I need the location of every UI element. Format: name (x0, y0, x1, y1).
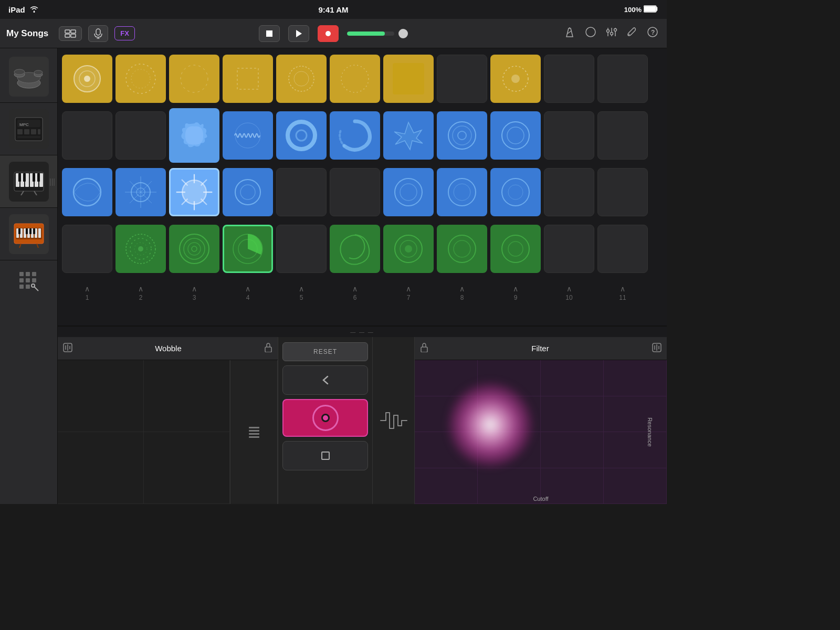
wobble-side-icon[interactable] (63, 343, 72, 354)
filter-side-icon[interactable] (652, 343, 662, 354)
clip-bm-5[interactable] (276, 111, 327, 160)
volume-fill (347, 32, 385, 36)
col-6[interactable]: ∧ 6 (330, 285, 380, 301)
col-1[interactable]: ∧ 1 (62, 285, 112, 301)
clip-sy-1[interactable] (62, 225, 112, 273)
clip-drums-7[interactable] (383, 55, 434, 103)
clip-kb-8[interactable] (437, 168, 487, 216)
instrument-beatmaker[interactable]: MPC (0, 103, 57, 155)
instrument-pattern[interactable] (0, 260, 57, 302)
col-9-arrow: ∧ (513, 285, 518, 293)
nav-left: My Songs FX (6, 25, 135, 42)
svg-point-93 (453, 126, 471, 145)
metronome-icon[interactable] (562, 24, 578, 43)
volume-knob[interactable] (398, 29, 408, 38)
clip-sy-8[interactable] (437, 225, 487, 273)
clip-kb-7[interactable] (383, 168, 434, 216)
clip-bm-2[interactable] (116, 111, 166, 160)
wobble-lock-icon[interactable] (264, 343, 272, 354)
clip-bm-3[interactable] (169, 108, 219, 163)
help-icon[interactable]: ? (645, 24, 660, 43)
col-5[interactable]: ∧ 5 (276, 285, 327, 301)
clip-drums-6[interactable] (330, 55, 380, 103)
filter-lock-icon[interactable] (420, 343, 428, 354)
wobble-q3[interactable] (58, 432, 144, 504)
fx-button[interactable]: FX (114, 26, 135, 40)
wobble-pad-area[interactable] (58, 360, 230, 504)
clip-kb-9[interactable] (490, 168, 541, 216)
play-button[interactable] (288, 25, 309, 42)
wobble-q2[interactable] (144, 360, 230, 432)
clip-sy-5[interactable] (276, 225, 327, 273)
clip-bm-11[interactable] (597, 111, 648, 160)
col-7[interactable]: ∧ 7 (383, 285, 434, 301)
volume-bar[interactable] (347, 32, 394, 36)
reset-button[interactable]: RESET (282, 342, 368, 361)
col-10[interactable]: ∧ 10 (544, 285, 594, 301)
clip-kb-1[interactable] (62, 168, 112, 216)
clip-drums-11[interactable] (597, 55, 648, 103)
svg-rect-72 (32, 278, 36, 282)
clip-sy-7[interactable] (383, 225, 434, 273)
clip-bm-6[interactable] (330, 111, 380, 160)
clip-bm-9[interactable] (490, 111, 541, 160)
clip-sy-6[interactable] (330, 225, 380, 273)
arp-icon[interactable] (249, 427, 259, 438)
clip-kb-3[interactable] (169, 168, 219, 216)
clip-bm-7[interactable] (383, 111, 434, 160)
drag-handle[interactable]: ||| (49, 177, 55, 186)
clip-bm-1[interactable] (62, 111, 112, 160)
svg-rect-5 (65, 34, 70, 37)
my-songs-label[interactable]: My Songs (6, 28, 48, 39)
stop-button[interactable] (259, 25, 280, 42)
clip-drums-9[interactable] (490, 55, 541, 103)
clip-drums-10[interactable] (544, 55, 594, 103)
wrench-icon[interactable] (625, 25, 639, 42)
instrument-keyboard[interactable]: ||| (0, 155, 57, 208)
clip-kb-11[interactable] (597, 168, 648, 216)
svg-point-79 (126, 64, 155, 93)
clip-kb-4[interactable] (223, 168, 273, 216)
clip-kb-5[interactable] (276, 168, 327, 216)
col-8[interactable]: ∧ 8 (437, 285, 487, 301)
col-11[interactable]: ∧ 11 (597, 285, 648, 301)
chat-icon[interactable] (583, 24, 598, 43)
col-4[interactable]: ∧ 4 (223, 285, 273, 301)
col-2[interactable]: ∧ 2 (116, 285, 166, 301)
clip-sy-2[interactable] (116, 225, 166, 273)
clip-bm-10[interactable] (544, 111, 594, 160)
instrument-synth[interactable] (0, 208, 57, 260)
clip-kb-6[interactable] (330, 168, 380, 216)
filter-pad[interactable]: Cutoff Resonance (415, 360, 667, 504)
wobble-q1[interactable] (58, 360, 144, 432)
clip-drums-2[interactable] (116, 55, 166, 103)
svg-rect-144 (421, 347, 427, 352)
record-button[interactable] (318, 25, 339, 42)
turntable-button[interactable] (282, 399, 368, 437)
col-3[interactable]: ∧ 3 (169, 285, 219, 301)
clip-sy-11[interactable] (597, 225, 648, 273)
back-button[interactable] (282, 365, 368, 395)
clip-sy-3[interactable] (169, 225, 219, 273)
stop-square-button[interactable] (282, 441, 368, 470)
instrument-drums[interactable] (0, 50, 57, 103)
clip-kb-2[interactable] (116, 168, 166, 216)
col-9[interactable]: ∧ 9 (490, 285, 541, 301)
clip-bm-8[interactable] (437, 111, 487, 160)
mic-button[interactable] (88, 25, 108, 42)
wobble-q4[interactable] (144, 432, 230, 504)
svg-rect-143 (322, 452, 329, 459)
clip-drums-4[interactable] (223, 55, 273, 103)
clip-kb-10[interactable] (544, 168, 594, 216)
drag-handle-bar[interactable]: — — — (58, 327, 667, 337)
clip-sy-10[interactable] (544, 225, 594, 273)
clip-drums-8[interactable] (437, 55, 487, 103)
clip-drums-1[interactable] (62, 55, 112, 103)
track-view-button[interactable] (59, 26, 82, 41)
clip-sy-9[interactable] (490, 225, 541, 273)
clip-drums-5[interactable] (276, 55, 327, 103)
clip-drums-3[interactable] (169, 55, 219, 103)
clip-sy-4-playing[interactable] (223, 225, 273, 273)
clip-bm-4[interactable] (223, 111, 273, 160)
mixer-icon[interactable] (604, 25, 620, 42)
